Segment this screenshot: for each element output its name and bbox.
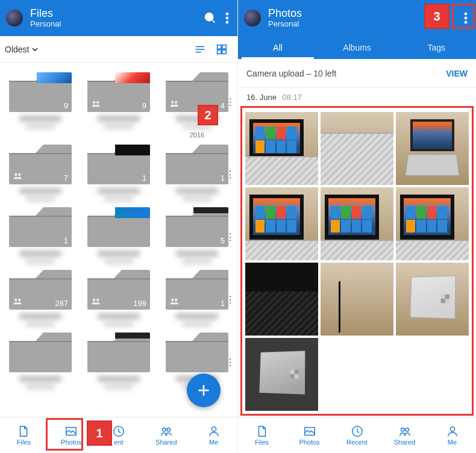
folder-item[interactable] xyxy=(4,333,77,389)
svg-point-21 xyxy=(96,299,99,302)
folder-more-icon[interactable]: ⋮ xyxy=(225,357,235,368)
folder-item[interactable] xyxy=(82,333,155,389)
folder-icon xyxy=(87,207,150,247)
nav-files[interactable]: Files xyxy=(238,417,286,453)
photo-grid[interactable] xyxy=(242,108,472,414)
nav-me[interactable]: Me xyxy=(190,417,237,453)
folder-icon: 1 xyxy=(166,145,228,184)
photo-thumbnail[interactable] xyxy=(245,263,318,336)
photo-thumbnail[interactable] xyxy=(245,112,318,185)
header-title-block: Files Personal xyxy=(30,8,204,29)
folder-label xyxy=(87,116,150,129)
folder-icon: 5 xyxy=(166,207,228,247)
folder-item[interactable]: 1 xyxy=(4,207,77,264)
svg-point-4 xyxy=(226,21,228,23)
folder-count: 7 xyxy=(64,173,68,183)
folder-item[interactable]: 1⋮ xyxy=(160,270,234,326)
folder-label xyxy=(166,188,228,201)
files-header: Files Personal xyxy=(0,0,237,36)
chevron-down-icon xyxy=(31,46,39,53)
nav-me[interactable]: Me xyxy=(428,417,476,453)
photo-thumbnail[interactable] xyxy=(321,187,393,260)
nav-photos[interactable]: Photos xyxy=(286,417,333,453)
folder-icon: 4 xyxy=(166,72,228,112)
photo-empty xyxy=(396,338,469,411)
add-fab[interactable] xyxy=(187,373,221,407)
header-subtitle: Personal xyxy=(30,19,204,28)
folder-count: 9 xyxy=(64,101,68,110)
photo-thumbnail[interactable] xyxy=(321,263,393,336)
folder-item[interactable]: 42016⋮ xyxy=(160,72,234,139)
folder-item[interactable] xyxy=(82,207,155,264)
folder-count: 1 xyxy=(142,173,146,183)
view-list-icon[interactable] xyxy=(189,39,211,60)
folder-more-icon[interactable]: ⋮ xyxy=(225,96,235,108)
svg-point-33 xyxy=(465,21,467,23)
nav-shared[interactable]: Shared xyxy=(381,417,428,453)
tab-all[interactable]: All xyxy=(238,36,318,59)
photo-thumbnail[interactable] xyxy=(245,338,318,411)
sort-dropdown[interactable]: Oldest xyxy=(5,45,39,54)
folder-item[interactable]: 287 xyxy=(4,270,77,326)
svg-point-22 xyxy=(171,299,174,302)
callout-1: 1 xyxy=(87,420,112,446)
nav-files[interactable]: Files xyxy=(0,417,48,453)
nav-recent[interactable]: Recent xyxy=(333,417,381,453)
folder-label xyxy=(9,251,72,264)
folder-count: 4 xyxy=(221,101,225,110)
folder-item[interactable]: 1 xyxy=(82,145,155,201)
photo-thumbnail[interactable] xyxy=(245,187,318,260)
folder-icon: 287 xyxy=(9,270,72,310)
shared-icon xyxy=(169,99,180,110)
time-label: 08:17 xyxy=(283,93,302,102)
photo-thumbnail[interactable] xyxy=(321,112,393,185)
folder-icon: 1 xyxy=(166,270,228,310)
avatar[interactable] xyxy=(244,10,261,27)
svg-point-29 xyxy=(167,428,171,432)
photo-thumbnail[interactable] xyxy=(396,112,469,185)
svg-rect-10 xyxy=(218,49,221,53)
folder-more-icon[interactable]: ⋮ xyxy=(225,294,235,305)
folder-icon: 9 xyxy=(9,72,72,112)
upload-status-text: Camera upload – 10 left xyxy=(246,69,336,78)
folder-count: 9 xyxy=(142,101,146,110)
tab-albums[interactable]: Albums xyxy=(318,36,397,59)
svg-point-37 xyxy=(405,428,409,432)
folder-label xyxy=(9,313,72,326)
view-grid-icon[interactable] xyxy=(211,39,233,60)
folder-more-icon[interactable]: ⋮ xyxy=(225,231,235,243)
folder-more-icon[interactable]: ⋮ xyxy=(225,169,235,180)
avatar[interactable] xyxy=(6,10,23,27)
folder-item[interactable]: 199 xyxy=(82,270,155,326)
photo-thumbnail[interactable] xyxy=(396,263,469,336)
svg-point-30 xyxy=(211,427,216,431)
date-label: 16. June xyxy=(246,93,277,102)
more-icon[interactable] xyxy=(225,12,229,24)
folder-label xyxy=(87,251,150,264)
folder-item[interactable]: 5⋮ xyxy=(160,207,234,264)
folder-icon xyxy=(9,333,72,372)
svg-point-2 xyxy=(226,13,228,15)
folder-item[interactable]: 1⋮ xyxy=(160,145,234,201)
svg-point-38 xyxy=(450,427,454,431)
folder-item[interactable]: 7 xyxy=(4,145,77,201)
folder-label xyxy=(87,376,150,389)
folder-icon: 9 xyxy=(87,72,150,112)
shared-icon xyxy=(13,171,23,182)
svg-point-28 xyxy=(162,428,166,432)
folder-count: 1 xyxy=(64,236,68,245)
nav-shared[interactable]: Shared xyxy=(142,417,190,453)
photo-thumbnail[interactable] xyxy=(396,187,469,260)
sort-label: Oldest xyxy=(5,45,29,54)
view-link[interactable]: VIEW xyxy=(446,69,468,78)
more-icon[interactable] xyxy=(464,12,468,24)
folder-item[interactable]: 9 xyxy=(82,72,155,139)
tab-tags[interactable]: Tags xyxy=(396,36,476,59)
folder-label xyxy=(166,251,228,264)
svg-point-36 xyxy=(401,428,404,432)
svg-point-20 xyxy=(93,299,96,302)
folder-label xyxy=(9,188,72,201)
shared-icon xyxy=(169,296,180,307)
search-icon[interactable] xyxy=(204,11,217,25)
folder-item[interactable]: 9 xyxy=(4,72,77,139)
